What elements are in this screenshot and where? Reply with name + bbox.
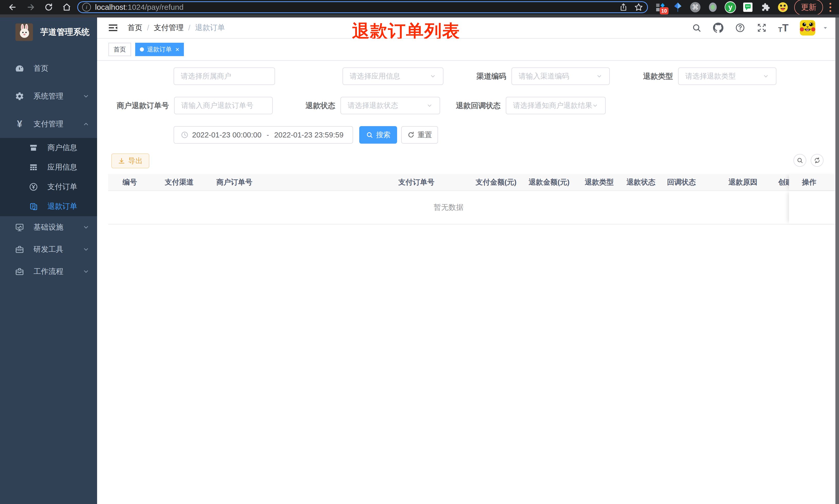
pay-submenu: 商户信息 应用信息 支付订单 (0, 138, 97, 216)
ext-emoji-icon[interactable] (777, 2, 788, 13)
refresh-button[interactable] (811, 154, 824, 167)
sidebar-item-app-info[interactable]: 应用信息 (0, 158, 97, 177)
search-icon[interactable] (692, 23, 701, 33)
share-icon[interactable] (619, 3, 628, 11)
chevron-down-icon (430, 73, 436, 79)
date-start: 2022-01-23 00:00:00 (192, 131, 262, 139)
export-button[interactable]: 导出 (111, 154, 149, 168)
url-text: localhost:1024/pay/refund (95, 3, 619, 12)
dashboard-icon (14, 64, 25, 73)
col-callback-status: 回调状态 (660, 177, 718, 187)
sidebar-item-merchant-info[interactable]: 商户信息 (0, 138, 97, 158)
sidebar-item-refund-order[interactable]: 退款订单 (0, 197, 97, 216)
url-bar[interactable]: i localhost:1024/pay/refund (77, 1, 648, 13)
col-pay-amount: 支付金额(元) (473, 177, 526, 187)
sidebar-item-home[interactable]: 首页 (0, 55, 97, 83)
yen-icon: ¥ (14, 120, 25, 129)
extensions-row: 10 ⌘ y (651, 2, 792, 13)
app-header: 首页 / 支付管理 / 退款订单 退款订单列表 (97, 18, 839, 39)
forward-icon[interactable] (22, 1, 40, 13)
tag-home[interactable]: 首页 (108, 43, 131, 56)
sidebar-logo: 芋道管理系统 (0, 18, 97, 43)
sidebar-menu: 首页 系统管理 ¥ 支付管理 (0, 55, 97, 283)
gear-icon (14, 92, 25, 101)
channel-select[interactable]: 请输入渠道编码 (512, 68, 610, 85)
breadcrumb-separator: / (147, 24, 149, 32)
briefcase-icon (14, 267, 25, 276)
toolbox-icon (14, 245, 25, 254)
filter-label-refund-type: 退款类型 (606, 68, 673, 85)
ext-chat-icon[interactable] (742, 2, 753, 13)
col-refund-amount: 退款金额(元) (526, 177, 578, 187)
sidebar-item-workflow[interactable]: 工作流程 (0, 260, 97, 283)
browser-menu-icon[interactable] (825, 3, 835, 12)
table-header: 编号 支付渠道 商户订单号 支付订单号 支付金额(元) 退款金额(元) 退款类型… (108, 174, 838, 191)
chevron-down-icon (83, 268, 89, 275)
font-size-icon[interactable]: TT (778, 23, 788, 33)
breadcrumb-home[interactable]: 首页 (127, 23, 142, 33)
breadcrumb-pay[interactable]: 支付管理 (154, 23, 184, 33)
reload-icon[interactable] (40, 1, 58, 13)
col-refund-status: 退款状态 (620, 177, 660, 187)
ext-kite-icon[interactable] (672, 2, 683, 13)
clock-icon (181, 131, 189, 139)
sidebar-collapse-icon[interactable] (107, 22, 119, 34)
sidebar-item-system[interactable]: 系统管理 (0, 83, 97, 110)
empty-text: 暂无数据 (108, 191, 789, 224)
col-id: 编号 (108, 177, 155, 187)
browser-chrome: i localhost:1024/pay/refund 10 ⌘ y (0, 0, 839, 14)
create-time-range-picker[interactable]: 2022-01-23 00:00:00 - 2022-01-23 23:59:5… (174, 126, 353, 144)
chevron-down-icon (83, 224, 89, 231)
sidebar-item-infra[interactable]: 基础设施 (0, 216, 97, 238)
col-pay-order-no: 支付订单号 (388, 177, 473, 187)
reset-button[interactable]: 重置 (401, 126, 438, 144)
tag-refund-order[interactable]: 退款订单 × (135, 43, 184, 56)
chevron-up-icon (83, 121, 89, 127)
site-info-icon[interactable]: i (82, 3, 91, 12)
search-button[interactable]: 搜索 (359, 126, 397, 144)
shop-icon (29, 143, 38, 152)
app-title: 芋道管理系统 (40, 26, 90, 38)
back-icon[interactable] (4, 1, 22, 13)
refund-type-select[interactable]: 请选择退款类型 (678, 68, 776, 85)
ext-puzzle-icon[interactable] (760, 2, 771, 13)
col-pay-channel: 支付渠道 (155, 177, 206, 187)
hide-search-button[interactable] (793, 154, 806, 167)
ext-y-icon[interactable]: y (725, 2, 736, 13)
merchant-select[interactable] (174, 68, 275, 85)
filter-label-channel: 渠道编码 (439, 68, 506, 85)
merchant-refund-no-input[interactable] (181, 102, 266, 110)
github-icon[interactable] (713, 22, 724, 33)
ext-dot-icon[interactable] (707, 2, 718, 13)
active-dot (140, 47, 144, 52)
merchant-input[interactable] (181, 72, 268, 80)
browser-update-button[interactable]: 更新 (794, 0, 823, 15)
chevron-down-icon (596, 73, 603, 79)
documents-icon (29, 202, 38, 211)
bookmark-star-icon[interactable] (634, 3, 643, 12)
grid-icon (29, 163, 38, 172)
help-icon[interactable] (735, 23, 745, 33)
app-root: 芋道管理系统 首页 系统管理 ¥ 支付管理 (0, 18, 839, 504)
caret-down-icon[interactable] (822, 24, 829, 31)
avatar[interactable] (800, 20, 815, 36)
monitor-icon (14, 223, 25, 232)
sidebar-item-devtools[interactable]: 研发工具 (0, 238, 97, 260)
app-select[interactable]: 请选择应用信息 (342, 68, 444, 85)
ext-badge: 10 (660, 7, 668, 14)
date-separator: - (265, 131, 270, 139)
chrome-bottom-strip (0, 14, 839, 18)
sidebar-item-pay-order[interactable]: 支付订单 (0, 177, 97, 197)
fullscreen-icon[interactable] (756, 23, 767, 33)
merchant-refund-no-field[interactable] (174, 97, 273, 114)
tag-close-icon[interactable]: × (175, 46, 179, 53)
window-scrollbar-strip[interactable] (835, 18, 839, 504)
sidebar: 芋道管理系统 首页 系统管理 ¥ 支付管理 (0, 18, 97, 504)
filter-label-notify-status: 退款回调状态 (423, 97, 501, 114)
ext-command-icon[interactable]: ⌘ (690, 2, 701, 13)
sidebar-item-pay[interactable]: ¥ 支付管理 (0, 110, 97, 138)
filter-label-refund-status: 退款状态 (268, 97, 335, 114)
ext-tabs-icon[interactable]: 10 (655, 2, 666, 13)
notify-status-select[interactable]: 请选择通知商户退款结果 (506, 97, 606, 114)
home-icon[interactable] (58, 1, 76, 13)
